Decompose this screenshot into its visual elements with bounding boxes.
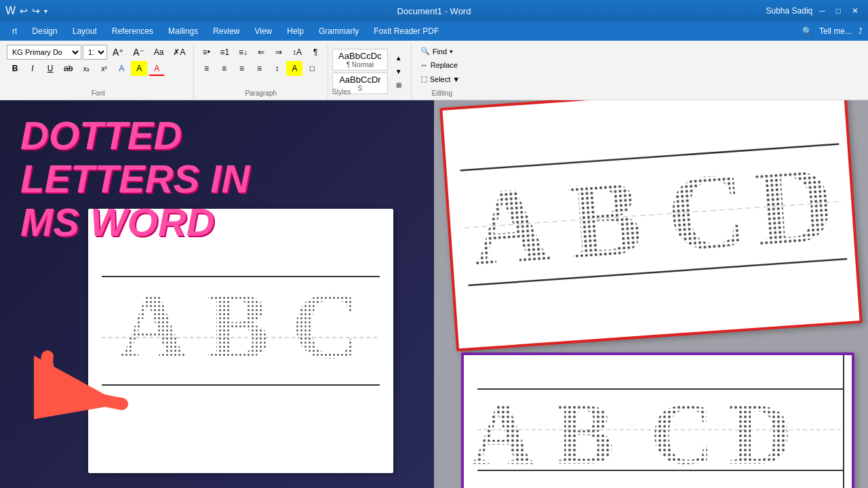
main-content: DOTTED LETTERS IN MS WORD A <box>0 100 868 488</box>
styles-group: AaBbCcDc ¶ Normal AaBbCcDr S ▲ ▼ ⊞ Style… <box>328 43 412 100</box>
arrow-container <box>34 350 170 434</box>
style-normal[interactable]: AaBbCcDc ¶ Normal <box>332 49 388 70</box>
arrow-svg <box>34 350 170 431</box>
font-color-button[interactable]: A <box>149 61 165 76</box>
font-group-label: Font <box>92 89 105 98</box>
menu-bar: rt Design Layout References Mailings Rev… <box>0 22 868 41</box>
style-normal-preview: AaBbCcDc <box>338 51 382 61</box>
font-row-1: KG Primary Do 11 A⁺ A⁻ Aa ✗A <box>7 45 189 60</box>
editing-buttons: 🔍 Find ▾ ↔ Replace ⬚ Select ▼ <box>416 45 465 85</box>
styles-scroll-down[interactable]: ▼ <box>391 65 407 79</box>
menu-bar-right: 🔍 Tell me... ⤴ <box>802 26 863 36</box>
bullets-button[interactable]: ≡• <box>198 45 214 60</box>
red-card: A B C D <box>439 100 863 351</box>
paragraph-group: ≡• ≡1 ≡↓ ⇐ ⇒ ↕A ¶ ≡ ≡ ≡ ≡ ↕ A □ Paragrap… <box>194 43 328 100</box>
grow-font-button[interactable]: A⁺ <box>108 45 127 60</box>
increase-indent-button[interactable]: ⇒ <box>271 45 287 60</box>
paragraph-row-2: ≡ ≡ ≡ ≡ ↕ A □ <box>198 61 320 76</box>
superscript-button[interactable]: x² <box>96 61 112 76</box>
multilevel-button[interactable]: ≡↓ <box>235 45 252 60</box>
title-line1: DOTTED <box>20 114 250 157</box>
menu-mailings[interactable]: Mailings <box>161 24 205 38</box>
strikethrough-button[interactable]: ab <box>60 61 77 76</box>
clear-format-button[interactable]: ✗A <box>169 45 189 60</box>
font-group: KG Primary Do 11 A⁺ A⁻ Aa ✗A B I U ab x₂… <box>3 43 194 100</box>
undo-button[interactable]: ↩ <box>20 5 28 16</box>
font-name-select[interactable]: KG Primary Do <box>7 45 81 60</box>
svg-rect-35 <box>464 359 844 488</box>
menu-design[interactable]: Design <box>25 24 64 38</box>
font-size-select[interactable]: 11 <box>83 45 107 60</box>
text-highlight-button[interactable]: A <box>131 61 147 76</box>
select-icon: ⬚ <box>420 75 427 83</box>
left-panel: DOTTED LETTERS IN MS WORD A <box>0 100 434 488</box>
menu-view[interactable]: View <box>248 24 279 38</box>
subscript-button[interactable]: x₂ <box>78 61 94 76</box>
show-hide-button[interactable]: ¶ <box>307 45 323 60</box>
bold-button[interactable]: B <box>7 61 23 76</box>
maximize-button[interactable]: □ <box>832 6 845 16</box>
decrease-indent-button[interactable]: ⇐ <box>253 45 269 60</box>
borders-button[interactable]: □ <box>304 61 320 76</box>
svg-rect-22 <box>457 104 850 333</box>
styles-more[interactable]: ⊞ <box>391 79 407 92</box>
styles-list: AaBbCcDc ¶ Normal AaBbCcDr S <box>332 49 388 94</box>
font-row-2: B I U ab x₂ x² A A A <box>7 61 165 76</box>
document-title: Document1 - Word <box>397 6 471 16</box>
numbering-button[interactable]: ≡1 <box>216 45 233 60</box>
style-second-preview: AaBbCcDr <box>339 75 380 85</box>
shading-button[interactable]: A <box>286 61 302 76</box>
menu-references[interactable]: References <box>105 24 160 38</box>
purple-card: A B C D <box>461 352 854 488</box>
redo-button[interactable]: ↪ <box>32 5 40 16</box>
word-icon: W <box>5 5 16 17</box>
styles-scroll: ▲ ▼ ⊞ <box>391 52 407 92</box>
style-second-label: S <box>358 85 363 92</box>
editing-group-label: Editing <box>431 89 452 98</box>
paragraph-row-1: ≡• ≡1 ≡↓ ⇐ ⇒ ↕A ¶ <box>198 45 323 60</box>
right-panel: A B C D <box>434 100 868 488</box>
menu-file[interactable]: rt <box>5 24 24 38</box>
styles-scroll-up[interactable]: ▲ <box>391 52 407 65</box>
change-case-button[interactable]: Aa <box>150 45 168 60</box>
style-normal-label: ¶ Normal <box>347 61 374 68</box>
justify-button[interactable]: ≡ <box>251 61 267 76</box>
line-spacing-button[interactable]: ↕ <box>269 61 285 76</box>
tell-me-input[interactable]: Tell me... <box>819 26 852 36</box>
replace-icon: ↔ <box>420 61 428 69</box>
quick-access-more[interactable]: ▾ <box>44 7 47 15</box>
close-button[interactable]: ✕ <box>848 6 863 16</box>
align-center-button[interactable]: ≡ <box>216 61 232 76</box>
text-effects-button[interactable]: A <box>113 61 130 76</box>
title-bar-left: W ↩ ↪ ▾ <box>5 5 47 17</box>
italic-button[interactable]: I <box>24 61 41 76</box>
select-button[interactable]: ⬚ Select ▼ <box>416 73 465 85</box>
menu-review[interactable]: Review <box>206 24 246 38</box>
shrink-font-button[interactable]: A⁻ <box>129 45 148 60</box>
ribbon: KG Primary Do 11 A⁺ A⁻ Aa ✗A B I U ab x₂… <box>0 41 868 100</box>
underline-button[interactable]: U <box>42 61 58 76</box>
align-right-button[interactable]: ≡ <box>233 61 250 76</box>
menu-help[interactable]: Help <box>280 24 311 38</box>
red-card-letters: A B C D <box>457 104 850 333</box>
minimize-button[interactable]: ─ <box>815 6 829 16</box>
menu-layout[interactable]: Layout <box>66 24 104 38</box>
editing-group: 🔍 Find ▾ ↔ Replace ⬚ Select ▼ Editing <box>412 43 473 100</box>
paragraph-group-label: Paragraph <box>245 89 277 98</box>
sort-button[interactable]: ↕A <box>288 45 306 60</box>
title-line3: MS WORD <box>20 201 250 244</box>
thumbnail-title: DOTTED LETTERS IN MS WORD <box>20 114 250 243</box>
search-icon: 🔍 <box>802 26 812 36</box>
find-button[interactable]: 🔍 Find ▾ <box>416 45 465 58</box>
share-icon[interactable]: ⤴ <box>859 26 863 36</box>
replace-button[interactable]: ↔ Replace <box>416 59 465 71</box>
username: Subha Sadiq <box>766 6 813 16</box>
title-bar-right: Subha Sadiq ─ □ ✕ <box>766 6 863 16</box>
menu-grammarly[interactable]: Grammarly <box>312 24 366 38</box>
menu-foxit[interactable]: Foxit Reader PDF <box>367 24 446 38</box>
purple-card-letters: A B C D <box>464 359 844 488</box>
find-icon: 🔍 <box>420 47 430 56</box>
styles-group-label: Styles <box>332 88 351 97</box>
title-bar: W ↩ ↪ ▾ Document1 - Word Subha Sadiq ─ □… <box>0 0 868 22</box>
align-left-button[interactable]: ≡ <box>198 61 214 76</box>
